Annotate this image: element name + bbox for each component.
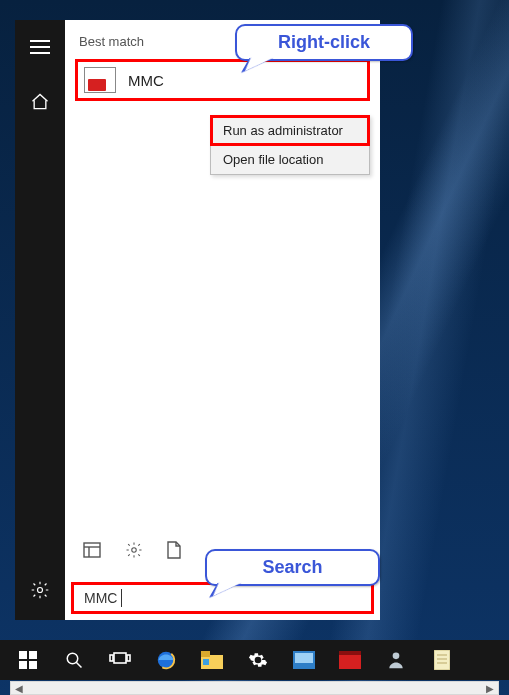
search-result-mmc[interactable]: MMC [75, 59, 370, 101]
svg-rect-9 [29, 651, 37, 659]
settings-filter-icon[interactable] [125, 541, 143, 559]
taskbar-taskview-button[interactable] [98, 640, 142, 680]
text-caret [121, 589, 122, 607]
ctx-run-as-admin[interactable]: Run as administrator [211, 116, 369, 145]
svg-rect-16 [127, 655, 130, 661]
taskbar-app-blue[interactable] [282, 640, 326, 680]
search-panel: Best match MMC Run as administrator Open… [65, 20, 380, 620]
taskbar [0, 640, 509, 680]
svg-rect-2 [30, 52, 50, 54]
scroll-right-icon[interactable]: ▶ [482, 682, 498, 694]
svg-rect-11 [29, 661, 37, 669]
svg-rect-20 [201, 651, 210, 657]
taskbar-settings-button[interactable] [236, 640, 280, 680]
svg-point-12 [67, 653, 78, 664]
svg-rect-24 [339, 655, 361, 669]
scroll-left-icon[interactable]: ◀ [11, 682, 27, 694]
callout-search: Search [205, 549, 380, 586]
svg-rect-14 [114, 653, 126, 663]
taskbar-start-button[interactable] [6, 640, 50, 680]
svg-point-26 [393, 653, 400, 660]
svg-rect-23 [295, 653, 313, 663]
mmc-icon [84, 67, 116, 93]
callout-right-click: Right-click [235, 24, 413, 61]
start-menu: Best match MMC Run as administrator Open… [15, 20, 380, 620]
callout-search-text: Search [262, 557, 322, 577]
svg-rect-1 [30, 46, 50, 48]
home-button[interactable] [30, 92, 50, 112]
hamburger-button[interactable] [30, 40, 50, 54]
taskbar-ie-button[interactable] [144, 640, 188, 680]
svg-rect-27 [434, 650, 450, 670]
svg-point-7 [132, 548, 137, 553]
taskbar-explorer-button[interactable] [190, 640, 234, 680]
ctx-open-file-location[interactable]: Open file location [211, 145, 369, 174]
svg-rect-21 [203, 659, 209, 665]
callout-right-click-text: Right-click [278, 32, 370, 52]
svg-point-3 [38, 588, 43, 593]
svg-line-13 [76, 662, 81, 667]
svg-rect-4 [84, 543, 100, 557]
svg-rect-10 [19, 661, 27, 669]
taskbar-app-red[interactable] [328, 640, 372, 680]
svg-rect-15 [110, 655, 113, 661]
rail-settings-button[interactable] [30, 580, 50, 600]
taskbar-notepad-button[interactable] [420, 640, 464, 680]
apps-filter-icon[interactable] [83, 542, 101, 558]
taskbar-search-button[interactable] [52, 640, 96, 680]
svg-rect-0 [30, 40, 50, 42]
start-rail [15, 20, 65, 620]
svg-rect-25 [339, 651, 361, 655]
scroll-track[interactable] [27, 682, 482, 694]
context-menu: Run as administrator Open file location [210, 115, 370, 175]
window-scrollbar[interactable]: ◀ ▶ [10, 681, 499, 695]
svg-rect-8 [19, 651, 27, 659]
taskbar-app-person[interactable] [374, 640, 418, 680]
search-result-label: MMC [128, 72, 164, 89]
search-input-value: MMC [84, 590, 117, 606]
documents-filter-icon[interactable] [167, 541, 181, 559]
